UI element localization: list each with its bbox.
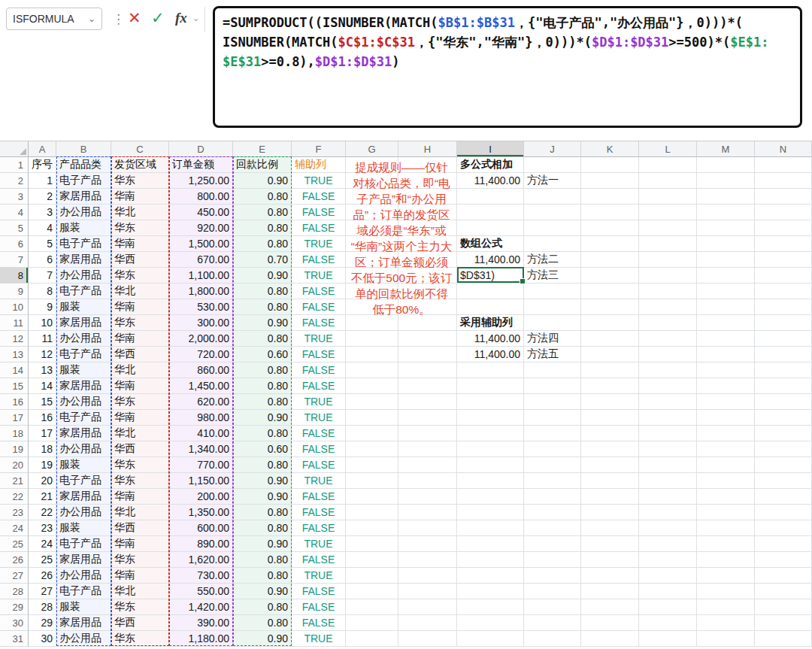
cell-M12[interactable]	[697, 331, 755, 347]
cell-K9[interactable]	[581, 284, 639, 299]
cell-D5[interactable]: 920.00	[169, 220, 233, 236]
cell-C25[interactable]: 华南	[111, 536, 169, 552]
cell-F7[interactable]: FALSE	[292, 252, 346, 268]
cell-F3[interactable]: FALSE	[292, 189, 346, 205]
cell-N24[interactable]	[755, 520, 812, 536]
cell-E26[interactable]: 0.80	[233, 552, 292, 568]
cell-M5[interactable]	[697, 220, 755, 236]
cell-I20[interactable]	[457, 457, 524, 473]
cell-M17[interactable]	[697, 410, 755, 426]
cell-I31[interactable]	[457, 631, 524, 647]
row-header-21[interactable]: 21	[0, 473, 29, 489]
cell-D28[interactable]: 550.00	[169, 584, 233, 599]
row-header-20[interactable]: 20	[0, 457, 29, 473]
cell-C5[interactable]: 华东	[111, 220, 169, 236]
row-header-28[interactable]: 28	[0, 584, 29, 599]
cell-L7[interactable]	[639, 252, 697, 268]
row-header-10[interactable]: 10	[0, 299, 29, 315]
cell-K18[interactable]	[581, 426, 639, 441]
cell-L23[interactable]	[639, 505, 697, 520]
cell-D16[interactable]: 620.00	[169, 394, 233, 410]
cell-C3[interactable]: 华南	[111, 189, 169, 205]
cell-B15[interactable]: 家居用品	[56, 378, 111, 394]
cell-K10[interactable]	[581, 299, 639, 315]
cell-N2[interactable]	[755, 173, 812, 189]
row-header-19[interactable]: 19	[0, 441, 29, 457]
cell-B5[interactable]: 服装	[56, 220, 111, 236]
cell-F23[interactable]: FALSE	[292, 505, 346, 520]
cell-G7[interactable]	[346, 252, 398, 268]
cell-K17[interactable]	[581, 410, 639, 426]
cell-B12[interactable]: 办公用品	[56, 331, 111, 347]
cell-G24[interactable]	[346, 520, 398, 536]
cell-M27[interactable]	[697, 568, 755, 584]
row-header-5[interactable]: 5	[0, 220, 29, 236]
cell-K14[interactable]	[581, 362, 639, 378]
column-header-I[interactable]: I	[457, 141, 524, 157]
row-header-26[interactable]: 26	[0, 552, 29, 568]
cell-G29[interactable]	[346, 599, 398, 615]
cell-H5[interactable]	[398, 220, 457, 236]
cell-K2[interactable]	[581, 173, 639, 189]
cell-E9[interactable]: 0.80	[233, 284, 292, 299]
cell-M16[interactable]	[697, 394, 755, 410]
cell-H9[interactable]	[398, 284, 457, 299]
cell-L8[interactable]	[639, 268, 697, 284]
cell-J3[interactable]	[524, 189, 581, 205]
cell-C17[interactable]: 华南	[111, 410, 169, 426]
cell-D13[interactable]: 720.00	[169, 347, 233, 362]
cell-J6[interactable]	[524, 236, 581, 252]
cell-E6[interactable]: 0.80	[233, 236, 292, 252]
cell-J22[interactable]	[524, 489, 581, 505]
row-header-17[interactable]: 17	[0, 410, 29, 426]
column-header-J[interactable]: J	[524, 141, 581, 157]
cell-C20[interactable]: 华东	[111, 457, 169, 473]
cell-D3[interactable]: 800.00	[169, 189, 233, 205]
cell-F26[interactable]: FALSE	[292, 552, 346, 568]
column-header-H[interactable]: H	[398, 141, 457, 157]
cell-H23[interactable]	[398, 505, 457, 520]
cell-K1[interactable]	[581, 157, 639, 173]
cell-B20[interactable]: 服装	[56, 457, 111, 473]
cell-L22[interactable]	[639, 489, 697, 505]
cell-G16[interactable]	[346, 394, 398, 410]
cell-B26[interactable]: 家居用品	[56, 552, 111, 568]
cell-A12[interactable]: 11	[29, 331, 56, 347]
cell-D21[interactable]: 1,150.00	[169, 473, 233, 489]
cell-B30[interactable]: 家居用品	[56, 615, 111, 631]
cell-F25[interactable]: TRUE	[292, 536, 346, 552]
cell-N12[interactable]	[755, 331, 812, 347]
cell-B31[interactable]: 办公用品	[56, 631, 111, 647]
cell-J1[interactable]	[524, 157, 581, 173]
cell-I10[interactable]	[457, 299, 524, 315]
cell-E3[interactable]: 0.80	[233, 189, 292, 205]
cell-B7[interactable]: 家居用品	[56, 252, 111, 268]
cell-N6[interactable]	[755, 236, 812, 252]
cell-M30[interactable]	[697, 615, 755, 631]
cell-H28[interactable]	[398, 584, 457, 599]
row-header-6[interactable]: 6	[0, 236, 29, 252]
cell-C4[interactable]: 华北	[111, 205, 169, 220]
cell-B18[interactable]: 家居用品	[56, 426, 111, 441]
cell-C11[interactable]: 华东	[111, 315, 169, 331]
cell-I23[interactable]	[457, 505, 524, 520]
cell-J19[interactable]	[524, 441, 581, 457]
cell-E23[interactable]: 0.80	[233, 505, 292, 520]
cell-B14[interactable]: 服装	[56, 362, 111, 378]
row-header-29[interactable]: 29	[0, 599, 29, 615]
name-box[interactable]: ISFORMULA ⌄	[6, 8, 102, 30]
cell-J4[interactable]	[524, 205, 581, 220]
cell-L18[interactable]	[639, 426, 697, 441]
cell-E1[interactable]: 回款比例	[233, 157, 292, 173]
cell-C31[interactable]: 华东	[111, 631, 169, 647]
cell-M28[interactable]	[697, 584, 755, 599]
cell-K24[interactable]	[581, 520, 639, 536]
cell-L10[interactable]	[639, 299, 697, 315]
cell-F17[interactable]: TRUE	[292, 410, 346, 426]
cell-G22[interactable]	[346, 489, 398, 505]
cell-K21[interactable]	[581, 473, 639, 489]
cell-B9[interactable]: 电子产品	[56, 284, 111, 299]
cell-H15[interactable]	[398, 378, 457, 394]
cell-F12[interactable]: TRUE	[292, 331, 346, 347]
cell-B27[interactable]: 办公用品	[56, 568, 111, 584]
